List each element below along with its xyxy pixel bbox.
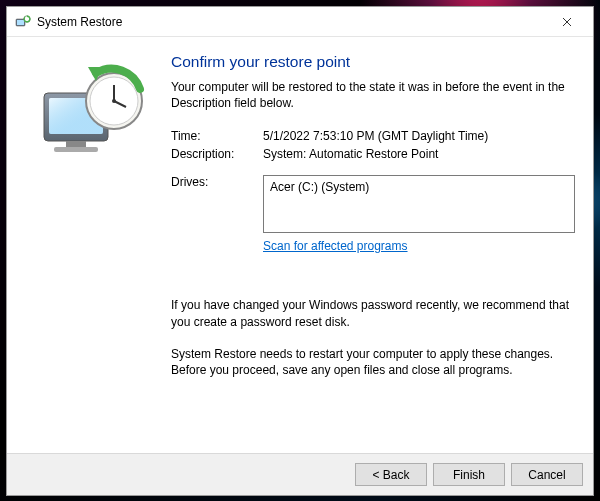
page-subtext: Your computer will be restored to the st…: [171, 79, 575, 111]
restore-info: Time: 5/1/2022 7:53:10 PM (GMT Daylight …: [171, 129, 575, 161]
main-column: Confirm your restore point Your computer…: [171, 51, 575, 447]
cancel-button[interactable]: Cancel: [511, 463, 583, 486]
finish-button[interactable]: Finish: [433, 463, 505, 486]
drive-item: Acer (C:) (System): [270, 180, 568, 194]
svg-rect-1: [17, 20, 24, 25]
drives-row: Drives: Acer (C:) (System): [171, 175, 575, 233]
close-icon: [562, 17, 572, 27]
svg-rect-7: [66, 141, 86, 147]
description-label: Description:: [171, 147, 263, 161]
illustration-column: [21, 51, 171, 447]
system-restore-icon: [15, 14, 31, 30]
drives-label: Drives:: [171, 175, 263, 189]
scan-link-row: Scan for affected programs: [171, 239, 575, 253]
close-button[interactable]: [545, 8, 589, 36]
system-restore-window: System Restore: [6, 6, 594, 496]
password-note: If you have changed your Windows passwor…: [171, 297, 575, 329]
description-value: System: Automatic Restore Point: [263, 147, 575, 161]
restart-note: System Restore needs to restart your com…: [171, 346, 575, 378]
titlebar: System Restore: [7, 7, 593, 37]
wizard-footer: < Back Finish Cancel: [7, 453, 593, 495]
scan-affected-programs-link[interactable]: Scan for affected programs: [263, 239, 575, 253]
svg-point-13: [112, 99, 116, 103]
content-area: Confirm your restore point Your computer…: [7, 37, 593, 453]
window-controls: [545, 8, 589, 36]
svg-rect-8: [54, 147, 98, 152]
back-button[interactable]: < Back: [355, 463, 427, 486]
time-label: Time:: [171, 129, 263, 143]
window-title: System Restore: [37, 15, 545, 29]
time-value: 5/1/2022 7:53:10 PM (GMT Daylight Time): [263, 129, 575, 143]
drives-list[interactable]: Acer (C:) (System): [263, 175, 575, 233]
page-heading: Confirm your restore point: [171, 53, 575, 71]
restore-illustration: [36, 59, 156, 169]
